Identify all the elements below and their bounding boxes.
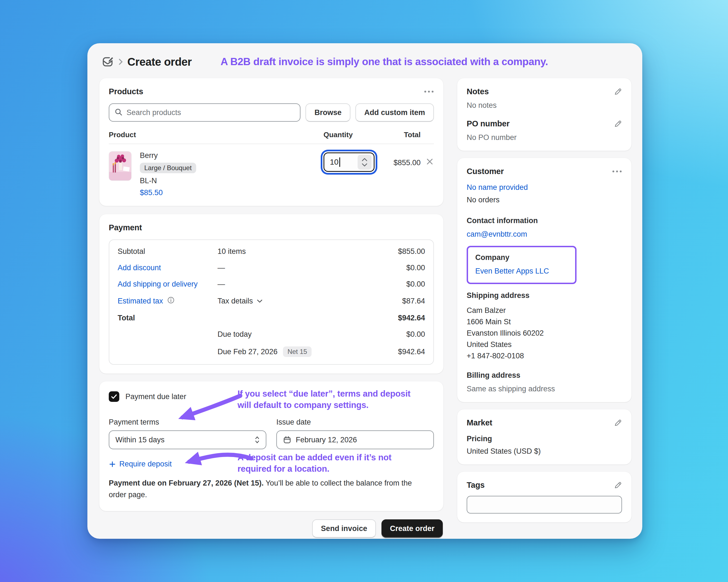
billing-address-heading: Billing address — [467, 371, 622, 380]
row-amount: $0.00 — [406, 330, 425, 339]
info-icon[interactable] — [167, 296, 175, 306]
edit-notes-icon[interactable] — [614, 88, 622, 96]
column-product: Product — [109, 131, 323, 139]
column-quantity: Quantity — [323, 131, 376, 139]
shipping-line: United States — [467, 339, 622, 350]
calendar-icon — [283, 436, 291, 444]
payment-terms-value: Within 15 days — [115, 436, 164, 444]
line-item-row: Berry Large / Bouquet BL-N $85.50 10 — [109, 144, 434, 197]
products-title: Products — [109, 87, 143, 96]
tags-card: Tags — [457, 472, 631, 522]
left-column: Products Browse Add custom item — [99, 78, 443, 538]
edit-tags-icon[interactable] — [614, 481, 622, 490]
shipping-address: Cam Balzer 1606 Main St Evanston Illinoi… — [467, 305, 622, 362]
remove-line-icon[interactable] — [421, 151, 434, 166]
right-sidebar: Notes No notes PO number No PO number — [457, 78, 631, 538]
product-search[interactable] — [109, 103, 301, 122]
issue-date-field-group: Issue date February 12, 2026 — [276, 418, 434, 449]
plus-icon — [109, 461, 116, 468]
customer-orders: No orders — [467, 196, 622, 204]
row-label: Subtotal — [118, 247, 217, 256]
shipping-line: Evanston Illinois 60202 — [467, 328, 622, 339]
issue-date-value: February 12, 2026 — [296, 436, 357, 444]
po-number-empty: No PO number — [467, 133, 622, 142]
company-heading: Company — [475, 253, 568, 262]
row-label: Total — [118, 314, 217, 322]
notes-title: Notes — [467, 87, 489, 96]
net-terms-badge: Net 15 — [283, 347, 312, 357]
create-order-button[interactable]: Create order — [382, 519, 443, 538]
issue-date-label: Issue date — [276, 418, 434, 426]
po-number-title: PO number — [467, 119, 510, 128]
quantity-value[interactable]: 10 — [330, 158, 338, 167]
quantity-stepper-buttons[interactable] — [358, 155, 371, 170]
payment-terms-label: Payment terms — [109, 418, 266, 426]
chevron-down-icon — [257, 299, 262, 303]
product-name: Berry — [140, 151, 196, 160]
payment-due-later-label: Payment due later — [125, 392, 186, 401]
browse-button[interactable]: Browse — [306, 103, 350, 122]
edit-market-icon[interactable] — [614, 419, 622, 427]
payment-summary: Subtotal 10 items $855.00 Add discount —… — [109, 240, 434, 365]
row-detail: 10 items — [217, 247, 398, 256]
summary-row-discount: Add discount — $0.00 — [109, 260, 433, 276]
shipping-address-heading: Shipping address — [467, 291, 622, 300]
estimated-tax-link[interactable]: Estimated tax — [118, 297, 163, 305]
tax-details-toggle[interactable]: Tax details — [217, 297, 402, 305]
add-custom-item-button[interactable]: Add custom item — [356, 103, 434, 122]
shipping-line: Cam Balzer — [467, 305, 622, 316]
summary-row-total: Total $942.64 — [109, 310, 433, 326]
customer-overflow-menu-icon[interactable] — [612, 170, 622, 173]
summary-row-shipping: Add shipping or delivery — $0.00 — [109, 276, 433, 293]
customer-name-link[interactable]: No name provided — [467, 183, 528, 192]
summary-row-subtotal: Subtotal 10 items $855.00 — [109, 243, 433, 260]
company-highlight-box: Company Even Better Apps LLC — [467, 246, 576, 284]
variant-pill: Large / Bouquet — [140, 163, 196, 173]
actions-row: Send invoice Create order — [99, 519, 443, 538]
row-amount: $0.00 — [406, 264, 425, 272]
search-icon — [114, 108, 123, 117]
summary-row-tax: Estimated tax Tax details $87.64 — [109, 293, 433, 310]
add-shipping-link[interactable]: Add shipping or delivery — [118, 280, 217, 288]
draft-order-icon — [101, 55, 114, 68]
shipping-line: 1606 Main St — [467, 316, 622, 328]
row-amount: $87.64 — [402, 297, 425, 305]
create-order-screen: { "colors": { "link_blue": "#0a58d0", "a… — [0, 0, 728, 582]
billing-address-value: Same as shipping address — [467, 385, 622, 393]
search-input[interactable] — [126, 108, 295, 117]
market-card: Market Pricing United States (USD $) — [457, 409, 631, 465]
summary-row-due-today: Due today $0.00 — [109, 326, 433, 342]
contact-information-heading: Contact information — [467, 217, 622, 225]
products-overflow-menu-icon[interactable] — [424, 90, 434, 93]
add-discount-link[interactable]: Add discount — [118, 264, 217, 272]
select-updown-icon — [255, 436, 260, 444]
column-total: Total — [376, 131, 421, 139]
payment-title: Payment — [109, 223, 142, 232]
payment-due-note-bold: Payment due on February 27, 2026 (Net 15… — [109, 479, 264, 487]
text-caret — [339, 158, 340, 167]
breadcrumb-chevron-icon — [119, 58, 123, 65]
row-amount: $942.64 — [398, 348, 425, 356]
payment-terms-select[interactable]: Within 15 days — [109, 431, 266, 449]
payment-due-later-card: Payment due later If you select “due lat… — [99, 381, 443, 511]
customer-email-link[interactable]: cam@evnbttr.com — [467, 230, 527, 238]
payment-due-later-checkbox[interactable] — [109, 391, 119, 402]
create-order-page: Create order A B2B draft invoice is simp… — [87, 43, 642, 539]
payment-due-note: Payment due on February 27, 2026 (Net 15… — [109, 477, 422, 501]
payment-card: Payment Subtotal 10 items $855.00 Add di… — [99, 214, 443, 373]
quantity-stepper[interactable]: 10 — [323, 153, 374, 172]
product-thumbnail — [109, 151, 131, 181]
row-detail: — — [217, 280, 406, 288]
tags-input[interactable] — [467, 496, 622, 514]
issue-date-input[interactable]: February 12, 2026 — [276, 431, 434, 449]
require-deposit-label: Require deposit — [119, 460, 172, 468]
terms-annotation: If you select “due later”, terms and dep… — [237, 388, 418, 411]
pricing-value: United States (USD $) — [467, 447, 622, 455]
edit-po-number-icon[interactable] — [614, 120, 622, 128]
customer-card: Customer No name provided No orders Cont… — [457, 158, 631, 402]
unit-price-link[interactable]: $85.50 — [140, 189, 163, 197]
shipping-line: +1 847-802-0108 — [467, 350, 622, 362]
header-annotation: A B2B draft invoice is simply one that i… — [220, 56, 548, 67]
send-invoice-button[interactable]: Send invoice — [312, 519, 376, 538]
company-name-link[interactable]: Even Better Apps LLC — [475, 267, 549, 275]
